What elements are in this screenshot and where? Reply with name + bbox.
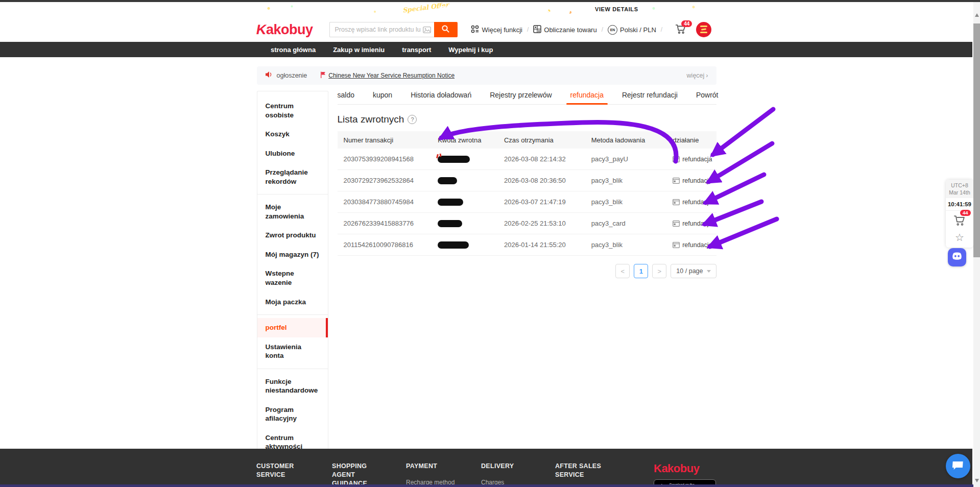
refund-action-link[interactable]: refundacja <box>673 220 716 227</box>
wallet-tabs: saldo kupon Historia doładowań Rejestry … <box>338 91 716 105</box>
col-transaction-number: Numer transakcji <box>338 136 438 144</box>
search-button[interactable] <box>434 22 458 37</box>
footer-heading-delivery: DELIVERY <box>481 462 538 471</box>
scrollbar-up-arrow[interactable] <box>975 13 979 17</box>
chat-bubble-icon <box>952 459 964 473</box>
nav-item-home[interactable]: strona główna <box>271 46 316 54</box>
more-functions-label: Więcej funkcji <box>482 26 522 34</box>
language-currency-link[interactable]: EN Polski / PLN <box>608 25 656 35</box>
logo-text: akobuy <box>266 22 313 37</box>
tab-powrot[interactable]: Powrót <box>696 91 719 104</box>
search-icon <box>441 25 450 35</box>
sidebar-item-favorites[interactable]: Ulubione <box>257 144 328 163</box>
promo-badge-icon[interactable] <box>696 22 711 37</box>
transaction-id: 2030729273962532864 <box>338 177 438 184</box>
prev-page-button[interactable]: < <box>615 264 630 278</box>
search-input[interactable] <box>329 22 434 37</box>
refund-action-label: refundacja <box>682 241 712 249</box>
language-label: Polski / PLN <box>620 26 656 34</box>
sidebar-item-wallet[interactable]: portfel <box>257 318 328 337</box>
widget-cart-button[interactable]: 44 <box>946 211 973 230</box>
table-row: 2026762339415883776 2026-02-25 21:53:10 … <box>338 213 716 234</box>
receive-time: 2026-03-08 20:36:50 <box>504 177 591 184</box>
table-row: 2030729273962532864 2026-03-08 20:36:50 … <box>338 170 716 191</box>
sidebar-item-pre-weighing[interactable]: Wstepne wazenie <box>257 264 328 292</box>
receive-time: 2026-02-25 21:53:10 <box>504 220 591 227</box>
transaction-id: 2030753939208941568 <box>338 155 438 163</box>
cart-button[interactable]: 44 <box>675 24 686 36</box>
favorites-star-button[interactable]: ☆ <box>946 230 973 248</box>
account-sidebar: Centrum osobiste Koszyk Ulubione Przeglą… <box>257 91 328 462</box>
goods-calculator-label: Obliczanie towaru <box>544 26 596 34</box>
announcement-bar: ogłoszenie Chinese New Year Service Resu… <box>257 66 716 85</box>
cart-count-badge: 44 <box>960 210 971 216</box>
image-search-icon[interactable] <box>423 26 431 35</box>
sidebar-item-product-return[interactable]: Zwrot produktu <box>257 226 328 245</box>
transaction-id: 2011542610090786816 <box>338 241 438 249</box>
scrollbar-thumb[interactable] <box>973 23 980 257</box>
sidebar-item-browsing-records[interactable]: Przeglądanie rekordów <box>257 163 328 191</box>
sidebar-item-cart[interactable]: Koszyk <box>257 125 328 144</box>
site-footer: CUSTOMER SERVICE contact us SHOPPING AGE… <box>0 449 972 484</box>
discord-icon <box>951 252 963 263</box>
footer-kakobuy-logo[interactable]: Kakobuy <box>654 462 716 475</box>
redacted-amount <box>438 199 463 206</box>
flag-icon <box>320 71 326 80</box>
refund-action-label: refundacja <box>682 199 712 206</box>
sidebar-item-personal-center[interactable]: Centrum osobiste <box>257 96 328 125</box>
sidebar-divider <box>257 314 328 315</box>
refund-action-link[interactable]: refundacja <box>673 199 716 206</box>
window-bottom-edge <box>0 484 980 487</box>
col-receive-time: Czas otrzymania <box>504 136 591 144</box>
view-details-button[interactable]: VIEW DETAILS <box>587 4 646 15</box>
refund-list-header: Lista zwrotnych ? <box>338 114 716 125</box>
live-chat-button[interactable] <box>946 454 970 478</box>
sidebar-item-my-orders[interactable]: Moje zamowienia <box>257 198 328 226</box>
receive-time: 2026-03-07 21:47:19 <box>504 198 591 206</box>
sidebar-item-affiliate-program[interactable]: Program afilacyjny <box>257 400 328 428</box>
promo-banner[interactable]: Special Offer SPRING SAVINGS BLOOM VIEW … <box>0 2 972 17</box>
tab-saldo[interactable]: saldo <box>338 91 354 104</box>
nav-item-transport[interactable]: transport <box>402 46 431 54</box>
chevron-right-icon: › <box>706 72 708 79</box>
page-1-button[interactable]: 1 <box>634 264 648 278</box>
discord-button[interactable] <box>948 248 966 266</box>
sidebar-item-my-parcel[interactable]: Moja paczka <box>257 293 328 312</box>
refund-action-link[interactable]: refundacja <box>673 156 716 163</box>
refund-action-link[interactable]: refundacja <box>673 177 716 184</box>
language-icon: EN <box>608 25 617 35</box>
goods-calculator-link[interactable]: Obliczanie towaru <box>533 25 596 35</box>
apps-icon <box>471 25 480 35</box>
tab-kupon[interactable]: kupon <box>373 91 392 104</box>
charge-method: pacy3_blik <box>591 241 673 249</box>
clock-label: 10:41:59 <box>946 198 973 211</box>
transaction-id: 2030384773880745984 <box>338 198 438 206</box>
nav-item-buy-for-me[interactable]: Zakup w imieniu <box>333 46 385 54</box>
next-page-button[interactable]: > <box>652 264 666 278</box>
sidebar-item-my-warehouse[interactable]: Mój magazyn (7) <box>257 245 328 264</box>
charge-method: pacy3_card <box>591 220 673 227</box>
tab-rejestry-przelewow[interactable]: Rejestry przelewów <box>490 91 552 104</box>
pagination: < 1 > 10 / page <box>338 264 716 278</box>
sidebar-item-custom-functions[interactable]: Funkcje niestandardowe <box>257 372 328 400</box>
sidebar-item-account-settings[interactable]: Ustawienia konta <box>257 337 328 366</box>
sidebar-divider <box>257 194 328 194</box>
page-size-select[interactable]: 10 / page <box>671 264 716 278</box>
refund-action-link[interactable]: refundacja <box>673 241 716 249</box>
redacted-amount <box>438 220 462 227</box>
separator: / <box>602 26 603 33</box>
help-icon[interactable]: ? <box>408 115 417 124</box>
more-functions-link[interactable]: Więcej funkcji <box>471 25 522 35</box>
kakobuy-logo[interactable]: Kakobuy <box>256 22 313 38</box>
nav-item-fill-and-buy[interactable]: Wypełnij i kup <box>448 46 493 54</box>
tab-rejestr-refundacji[interactable]: Rejestr refundacji <box>622 91 678 104</box>
announcement-more-link[interactable]: więcej › <box>687 72 708 79</box>
announcement-notice-link[interactable]: Chinese New Year Service Resumption Noti… <box>320 71 455 80</box>
scrollbar-down-arrow[interactable] <box>975 479 979 482</box>
refund-table: Numer transakcji Kwota zwrotna Czas otrz… <box>338 131 716 256</box>
search-bar <box>329 22 458 37</box>
charge-method: pacy3_blik <box>591 198 673 206</box>
tab-historia-doladowan[interactable]: Historia doładowań <box>411 91 471 104</box>
separator: / <box>661 26 662 33</box>
tab-refundacja[interactable]: refundacja <box>570 91 604 104</box>
